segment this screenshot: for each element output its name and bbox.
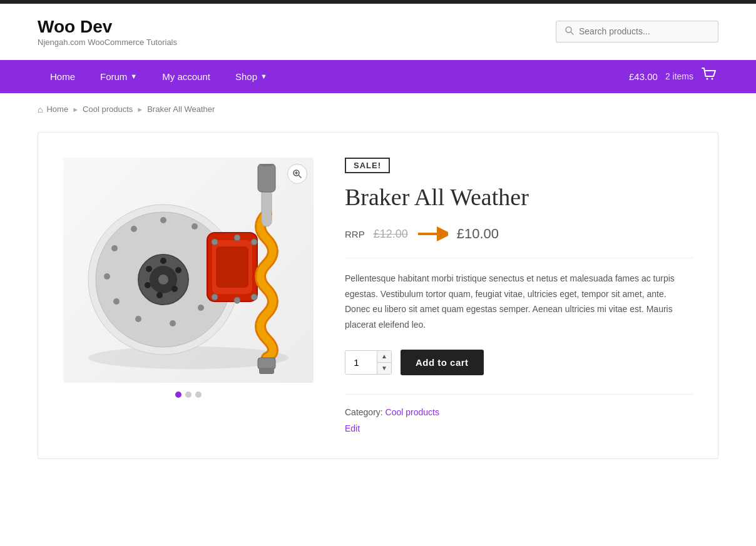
add-to-cart-row: 1 ▲ ▼ Add to cart — [345, 350, 693, 375]
product-description: Pellentesque habitant morbi tristique se… — [345, 258, 693, 332]
site-title: Woo Dev — [38, 16, 177, 38]
breadcrumb-home[interactable]: Home — [46, 104, 68, 114]
svg-point-7 — [160, 217, 166, 223]
svg-point-30 — [212, 239, 218, 245]
svg-point-31 — [234, 235, 240, 241]
product-info: SALE! Braker All Weather RRP £12.00 £10.… — [345, 158, 693, 434]
svg-rect-36 — [262, 189, 272, 226]
search-input[interactable] — [579, 26, 709, 36]
product-image-area — [63, 158, 314, 383]
nav-cart-area[interactable]: £43.00 2 items — [629, 67, 718, 86]
svg-line-42 — [299, 175, 302, 178]
svg-point-33 — [212, 294, 218, 300]
shop-dropdown-icon: ▼ — [260, 73, 267, 80]
svg-point-26 — [146, 266, 152, 272]
svg-point-15 — [104, 273, 110, 280]
product-image-wrap — [63, 158, 314, 434]
price-arrow — [417, 225, 448, 243]
svg-rect-38 — [260, 164, 273, 166]
svg-point-11 — [198, 305, 204, 311]
nav-item-forum[interactable]: Forum ▼ — [88, 60, 150, 93]
search-form[interactable] — [556, 21, 718, 43]
image-dot-2[interactable] — [185, 392, 192, 398]
svg-point-16 — [111, 245, 118, 251]
cart-items-count: 2 items — [665, 71, 693, 81]
svg-point-25 — [145, 282, 151, 288]
sale-badge: SALE! — [345, 158, 390, 173]
svg-point-32 — [251, 239, 257, 245]
category-label: Category: — [345, 407, 383, 417]
svg-point-23 — [171, 286, 178, 292]
breadcrumb-sep-1: ► — [72, 106, 79, 113]
qty-spinners: ▲ ▼ — [377, 351, 391, 374]
breadcrumb-cool-products[interactable]: Cool products — [83, 104, 133, 114]
product-price-row: RRP £12.00 £10.00 — [345, 225, 693, 243]
cart-total: £43.00 — [629, 71, 658, 82]
product-title: Braker All Weather — [345, 183, 693, 212]
original-price: £12.00 — [374, 228, 408, 241]
nav-item-shop[interactable]: Shop ▼ — [223, 60, 280, 93]
edit-link[interactable]: Edit — [345, 423, 693, 433]
product-meta: Category: Cool products Edit — [345, 394, 693, 433]
quantity-input[interactable]: 1 — [345, 351, 377, 374]
sale-price: £10.00 — [457, 226, 499, 242]
breadcrumb: ⌂ Home ► Cool products ► Braker All Weat… — [0, 93, 756, 126]
svg-point-22 — [175, 267, 181, 273]
add-to-cart-button[interactable]: Add to cart — [401, 350, 484, 375]
svg-point-8 — [192, 223, 198, 230]
quantity-input-wrap: 1 ▲ ▼ — [345, 350, 392, 375]
category-link[interactable]: Cool products — [386, 407, 439, 417]
breadcrumb-sep-2: ► — [136, 106, 143, 113]
svg-point-13 — [135, 316, 141, 322]
image-dot-1[interactable] — [175, 392, 181, 398]
product-illustration — [69, 164, 307, 377]
zoom-icon[interactable] — [287, 164, 307, 184]
nav-left: Home Forum ▼ My account Shop ▼ — [38, 60, 280, 93]
breadcrumb-current: Braker All Weather — [147, 104, 215, 114]
qty-up-button[interactable]: ▲ — [377, 351, 391, 363]
svg-point-21 — [160, 258, 166, 264]
svg-point-20 — [158, 275, 168, 285]
nav-item-home[interactable]: Home — [38, 60, 88, 93]
forum-dropdown-icon: ▼ — [130, 73, 137, 80]
svg-rect-39 — [258, 358, 275, 369]
svg-rect-40 — [259, 368, 274, 374]
svg-line-1 — [571, 32, 574, 34]
site-branding: Woo Dev Njengah.com WooCommerce Tutorial… — [38, 16, 177, 47]
site-tagline: Njengah.com WooCommerce Tutorials — [38, 38, 177, 47]
svg-point-35 — [251, 294, 257, 300]
home-icon: ⌂ — [38, 104, 43, 114]
product-container: SALE! Braker All Weather RRP £12.00 £10.… — [38, 132, 718, 460]
svg-point-2 — [707, 78, 708, 80]
svg-point-3 — [712, 78, 713, 80]
svg-point-0 — [566, 27, 571, 33]
nav-item-myaccount[interactable]: My account — [150, 60, 223, 93]
site-header: Woo Dev Njengah.com WooCommerce Tutorial… — [0, 4, 756, 60]
cart-icon[interactable] — [701, 67, 718, 86]
svg-rect-37 — [258, 164, 275, 192]
svg-point-14 — [113, 298, 120, 305]
image-dots — [63, 392, 314, 398]
svg-rect-29 — [216, 246, 248, 288]
svg-point-24 — [156, 292, 163, 298]
svg-point-12 — [170, 320, 176, 326]
main-nav: Home Forum ▼ My account Shop ▼ £43.00 2 … — [0, 60, 756, 93]
qty-down-button[interactable]: ▼ — [377, 363, 391, 374]
rrp-label: RRP — [345, 229, 365, 240]
svg-point-34 — [234, 297, 240, 303]
svg-point-17 — [131, 226, 137, 232]
image-dot-3[interactable] — [195, 392, 202, 398]
search-icon — [565, 26, 574, 37]
